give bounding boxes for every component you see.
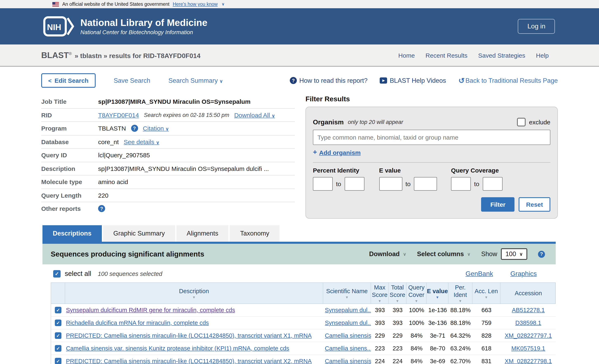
top-nav-link[interactable]: Recent Results — [425, 52, 467, 59]
tab-active-strip — [43, 242, 556, 244]
scientific-name-link[interactable]: Camellia sinens... — [325, 345, 371, 352]
column-header-query-cover[interactable]: Query Cover▼ — [406, 283, 427, 304]
accession-link[interactable]: D38598.1 — [515, 320, 541, 326]
column-header-accession[interactable]: Accession — [501, 283, 556, 304]
heres-how-you-know-link[interactable]: Here's how you know — [173, 2, 218, 7]
login-button[interactable]: Log in — [518, 19, 555, 34]
scientific-name-link[interactable]: Synsepalum dul... — [325, 307, 371, 313]
accession-link[interactable]: AB512278.1 — [512, 307, 545, 313]
query-id-row: Query ID lcl|Query_2907585 — [41, 149, 295, 162]
description-link[interactable]: Camellia sinensis var. sinensis Kunitz p… — [66, 345, 289, 352]
exclude-checkbox[interactable] — [517, 118, 526, 127]
breadcrumb-trail: » tblastn » results for RID-T8AYFD0F014 — [75, 52, 201, 59]
percent-identity-min-input[interactable] — [313, 177, 333, 191]
blast-help-videos-link[interactable]: ▶ BLAST Help Videos — [380, 77, 446, 84]
program-value: TBLASTN — [98, 125, 126, 132]
graphics-link[interactable]: Graphics — [510, 270, 537, 277]
search-summary-link[interactable]: Search Summary ∨ — [168, 77, 223, 84]
total-score-value: 229 — [389, 332, 406, 339]
top-nav-link[interactable]: Help — [536, 52, 549, 59]
reset-button[interactable]: Reset — [519, 197, 550, 212]
description-link[interactable]: Synsepalum dulcificum RdMIR gene for mir… — [66, 307, 235, 313]
e-value-max-input[interactable] — [414, 177, 437, 191]
chevron-down-icon: ∨ — [166, 127, 169, 132]
results-header-bar: Sequences producing significant alignmen… — [43, 244, 556, 264]
accession-link[interactable]: XM_028227798.1 — [505, 358, 552, 364]
filter-results-section: Filter Results Organism only top 20 will… — [306, 95, 558, 219]
column-header-max-score[interactable]: Max Score▼ — [371, 283, 389, 304]
e-value-value: 3e-71 — [427, 332, 449, 339]
query-coverage-group: Query Coverage to — [451, 167, 502, 191]
query-length-value: 220 — [98, 192, 108, 199]
download-all-link[interactable]: Download All ∨ — [234, 112, 275, 119]
row-checkbox[interactable] — [55, 358, 62, 364]
tab[interactable]: Alignments — [176, 225, 229, 242]
show-count-select[interactable]: 100∨ — [501, 248, 527, 260]
top-nav: Home Recent Results Saved Strategies Hel… — [398, 52, 549, 59]
percent-identity-max-input[interactable] — [344, 177, 364, 191]
organism-input[interactable] — [313, 130, 550, 145]
us-flag-icon — [52, 2, 59, 6]
column-header-per-ident[interactable]: Per. Ident▼ — [449, 283, 472, 304]
accession-link[interactable]: XM_028227797.1 — [505, 332, 552, 339]
edit-search-button[interactable]: < Edit Search — [41, 73, 96, 88]
refresh-back-icon: ↺ — [458, 77, 465, 84]
save-search-link[interactable]: Save Search — [114, 77, 150, 84]
organism-label: Organism — [313, 119, 344, 126]
description-link[interactable]: PREDICTED: Camellia sinensis miraculin-l… — [66, 358, 312, 364]
row-checkbox[interactable] — [55, 320, 62, 326]
row-checkbox[interactable] — [55, 345, 62, 352]
column-header-description[interactable]: Description▼ — [65, 283, 323, 304]
sort-arrow-icon: ▼ — [415, 299, 418, 303]
e-value-min-input[interactable] — [379, 177, 402, 191]
genbank-link[interactable]: GenBank — [466, 270, 493, 277]
scientific-name-link[interactable]: Camellia sinensis — [325, 358, 371, 364]
top-nav-link[interactable]: Home — [398, 52, 415, 59]
column-header-total-score[interactable]: Total Score▼ — [389, 283, 406, 304]
help-icon[interactable]: ? — [131, 125, 138, 132]
description-link[interactable]: PREDICTED: Camellia sinensis miraculin-l… — [66, 332, 312, 339]
add-organism-link[interactable]: + Add organism — [313, 148, 361, 156]
acc-len-value: 759 — [472, 320, 501, 326]
column-header-scientific-name[interactable]: Scientific Name▼ — [323, 283, 371, 304]
see-details-link[interactable]: See details ∨ — [124, 138, 159, 145]
filter-button[interactable]: Filter — [481, 197, 514, 212]
blast-wordmark: BLAST® — [41, 51, 72, 60]
plus-icon: + — [313, 148, 317, 156]
query-coverage-max-input[interactable] — [483, 177, 502, 191]
how-to-read-link[interactable]: ? How to read this report? — [290, 77, 368, 84]
column-header-e-value[interactable]: E value▼ — [427, 283, 449, 304]
site-title: National Library of Medicine — [80, 17, 207, 28]
table-row: Camellia sinensis var. sinensis Kunitz p… — [51, 342, 556, 355]
e-value-value: 8e-70 — [427, 345, 449, 352]
rid-link[interactable]: T8AYFD0F014 — [98, 112, 139, 119]
column-header-acc-len[interactable]: Acc. Len▼ — [472, 283, 501, 304]
select-all-row: select all 100 sequences selected GenBan… — [51, 264, 556, 282]
top-nav-link[interactable]: Saved Strategies — [478, 52, 525, 59]
sort-arrow-icon: ▼ — [459, 299, 462, 303]
scientific-name-link[interactable]: Synsepalum dul... — [325, 320, 371, 326]
tab[interactable]: Taxonomy — [230, 225, 280, 242]
scientific-name-link[interactable]: Camellia sinensis — [325, 332, 371, 339]
citation-link[interactable]: Citation ∨ — [143, 125, 169, 132]
nlm-brand[interactable]: NIH National Library of Medicine Nationa… — [43, 16, 207, 37]
toolbar: < Edit Search Save Search Search Summary… — [41, 73, 558, 88]
query-cover-value: 84% — [406, 345, 427, 352]
help-icon[interactable]: ? — [98, 205, 105, 212]
chevron-down-icon: ∨ — [520, 251, 523, 257]
download-menu[interactable]: Download∨ — [369, 250, 406, 258]
row-checkbox[interactable] — [55, 332, 62, 339]
tab[interactable]: Graphic Summary — [103, 225, 175, 242]
accession-link[interactable]: MK057519.1 — [511, 345, 545, 352]
select-all-checkbox[interactable] — [53, 270, 61, 277]
per-ident-value: 64.32% — [449, 332, 472, 339]
tab[interactable]: Descriptions — [43, 225, 102, 242]
help-icon[interactable]: ? — [538, 251, 545, 258]
row-checkbox[interactable] — [55, 307, 62, 313]
description-link[interactable]: Richadella dulcifica mRNA for miraculin,… — [66, 320, 209, 326]
query-coverage-min-input[interactable] — [451, 177, 471, 191]
job-title-row: Job Title sp|P13087|MIRA_SYNDU Miraculin… — [41, 95, 295, 109]
select-columns-menu[interactable]: Select columns∨ — [417, 250, 471, 258]
back-to-traditional-link[interactable]: ↺ Back to Traditional Results Page — [458, 77, 558, 84]
results-tabs: Descriptions Graphic Summary Alignments … — [43, 225, 556, 244]
